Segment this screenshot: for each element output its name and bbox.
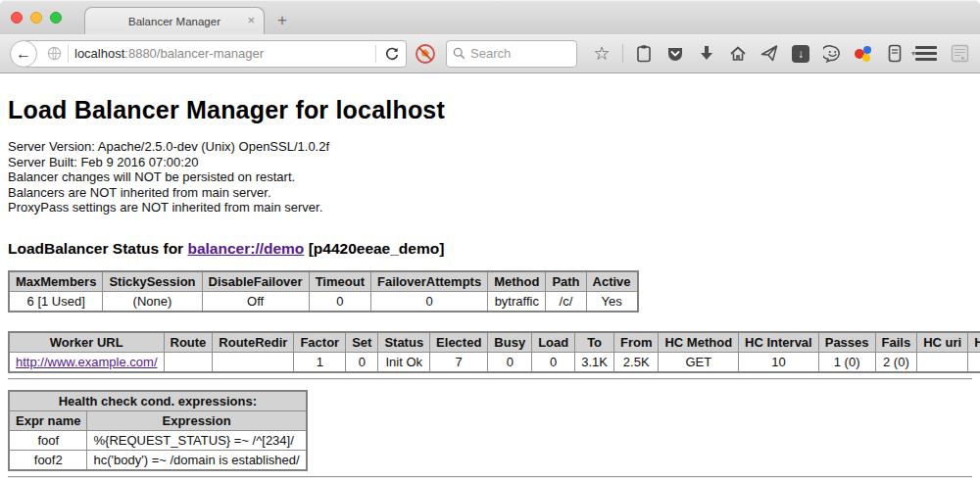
send-page-button[interactable] [759, 42, 780, 66]
page-title: Load Balancer Manager for localhost [8, 96, 972, 124]
column-header: Fails [875, 332, 917, 353]
column-header: Elected [430, 332, 488, 353]
stickysession-cell: (None) [103, 291, 202, 312]
server-version-line: Server Version: Apache/2.5.0-dev (Unix) … [8, 139, 972, 155]
browser-window: Balancer Manager × + ← localhost:8880/ba… [0, 0, 980, 481]
feedback-smiley-button[interactable] [821, 42, 843, 66]
path-cell: /c/ [546, 291, 586, 312]
window-zoom-button[interactable] [50, 12, 62, 24]
toolbar-separator [622, 44, 623, 63]
hc-uri-cell [917, 352, 968, 372]
failoverattempts-cell: 0 [370, 291, 487, 312]
url-text[interactable]: localhost:8880/balancer-manager [71, 46, 375, 61]
column-header: FailoverAttempts [370, 271, 487, 292]
smiley-balloon-icon [823, 45, 842, 63]
status-heading-suffix: [p4420eeae_demo] [304, 240, 444, 257]
disablefailover-cell: Off [202, 291, 309, 312]
video-download-helper-button[interactable]: ↓ [790, 42, 811, 66]
browser-tab[interactable]: Balancer Manager × [84, 7, 265, 34]
expression-cell: hc('body') =~ /domain is established/ [87, 450, 307, 470]
bookmark-star-button[interactable]: ☆ [591, 42, 612, 66]
method-cell: bytraffic [488, 291, 546, 312]
container-extension-button[interactable] [884, 42, 906, 66]
passes-cell: 1 (0) [818, 352, 875, 372]
column-header: HC Interval [739, 332, 819, 353]
table-row: foof2 hc('body') =~ /domain is establish… [9, 450, 307, 470]
column-header: HC Expr [968, 332, 980, 353]
loadbalancer-status-heading: LoadBalancer Status for balancer://demo … [8, 240, 972, 258]
column-header: StickySession [103, 271, 202, 292]
container-icon [888, 44, 902, 63]
inherit-notice-line: Balancers are NOT inherited from main se… [8, 185, 972, 201]
worker-status-table: Worker URL Route RouteRedir Factor Set S… [8, 331, 980, 373]
pocket-button[interactable] [664, 42, 686, 66]
colored-dots-icon [854, 45, 873, 63]
downloads-button[interactable] [696, 42, 717, 66]
set-cell: 0 [346, 352, 378, 372]
worker-url-cell: http://www.example.com/ [9, 352, 164, 372]
table-header-row: Health check cond. expressions: [9, 391, 307, 411]
home-button[interactable] [727, 42, 749, 66]
health-table-title: Health check cond. expressions: [9, 391, 307, 411]
url-path: :8880/balancer-manager [124, 46, 264, 61]
tab-close-icon[interactable]: × [247, 14, 255, 27]
column-header: To [575, 332, 614, 353]
active-cell: Yes [586, 291, 638, 312]
route-cell [164, 352, 213, 372]
busy-cell: 0 [488, 352, 532, 372]
toolbar-icons: ☆ ↓ [591, 42, 915, 66]
url-separator [68, 45, 69, 63]
bottom-divider [8, 476, 972, 478]
balancer-settings-table: MaxMembers StickySession DisableFailover… [8, 270, 639, 313]
colorful-extension-button[interactable] [853, 42, 874, 66]
reading-list-button[interactable] [633, 42, 655, 66]
elected-cell: 7 [430, 352, 488, 372]
status-cell: Init Ok [378, 352, 430, 372]
worker-url-link[interactable]: http://www.example.com/ [16, 355, 158, 369]
page-content: Load Balancer Manager for localhost Serv… [0, 96, 980, 478]
expr-name-cell: foof [9, 430, 87, 450]
column-header: Timeout [309, 271, 370, 292]
load-cell: 0 [532, 352, 575, 372]
health-check-table: Health check cond. expressions: Expr nam… [8, 390, 308, 471]
hc-expr-cell: foof2 [968, 352, 980, 372]
column-header: Factor [294, 332, 346, 353]
clipboard-icon [636, 44, 652, 63]
proxypass-notice-line: ProxyPass settings are NOT inherited fro… [8, 200, 972, 216]
fails-cell: 2 (0) [875, 352, 917, 372]
column-header: Expr name [9, 410, 87, 430]
hc-interval-cell: 10 [739, 352, 819, 372]
new-tab-button[interactable]: + [277, 11, 287, 30]
content-blocked-icon[interactable] [415, 43, 436, 65]
balancer-demo-link[interactable]: balancer://demo [187, 240, 304, 257]
expression-cell: %{REQUEST_STATUS} =~ /^[234]/ [87, 430, 307, 450]
column-header: DisableFailover [202, 271, 309, 292]
section-divider [8, 378, 972, 380]
tab-groups-button[interactable] [949, 42, 970, 66]
tab-title: Balancer Manager [128, 16, 220, 27]
server-info: Server Version: Apache/2.5.0-dev (Unix) … [8, 139, 972, 216]
reload-icon[interactable] [384, 46, 400, 62]
column-header: Set [346, 332, 378, 353]
menu-button[interactable] [915, 46, 937, 61]
column-header: Path [546, 271, 586, 292]
url-domain: localhost [74, 46, 124, 61]
expr-name-cell: foof2 [9, 450, 87, 470]
column-header: Status [378, 332, 430, 353]
site-identity-globe-icon[interactable] [47, 46, 62, 61]
url-bar[interactable]: localhost:8880/balancer-manager [23, 40, 407, 68]
column-header: Route [164, 332, 213, 353]
column-header: Active [586, 271, 638, 292]
back-button[interactable]: ← [10, 40, 37, 68]
home-icon [729, 45, 747, 62]
window-minimize-button[interactable] [30, 12, 42, 24]
persist-notice-line: Balancer changes will NOT be persisted o… [8, 169, 972, 185]
table-row: http://www.example.com/ 1 0 Init Ok 7 0 … [9, 352, 980, 372]
star-icon: ☆ [593, 44, 610, 64]
column-header: MaxMembers [9, 271, 103, 292]
navigation-toolbar: ← localhost:8880/balancer-manager Search… [0, 34, 980, 73]
search-bar[interactable]: Search [446, 40, 577, 68]
title-bar: Balancer Manager × + [0, 0, 980, 34]
paper-plane-icon [760, 45, 778, 62]
window-close-button[interactable] [11, 12, 23, 24]
